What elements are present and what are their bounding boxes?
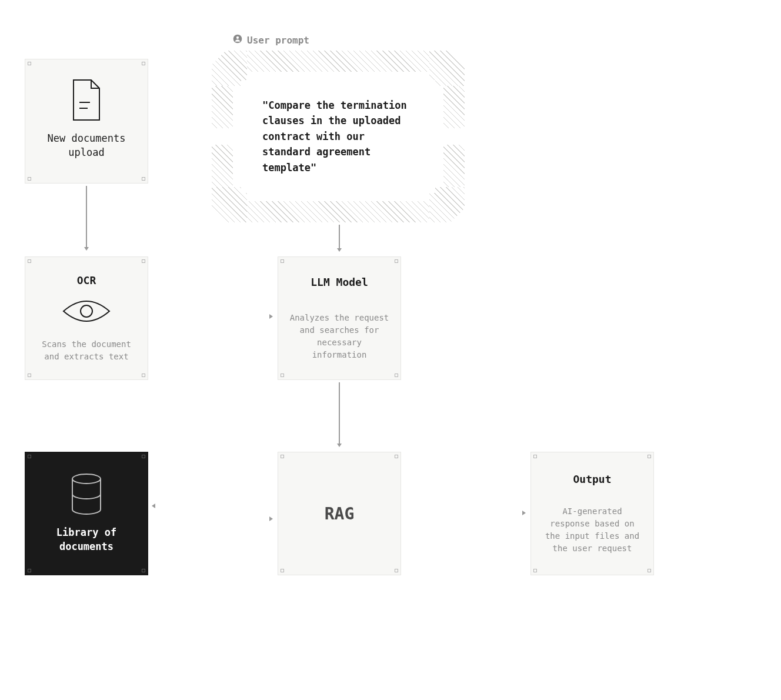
svg-point-1 xyxy=(236,36,239,39)
arrowhead-llm-to-rag xyxy=(337,444,342,447)
user-prompt-header: User prompt xyxy=(233,34,309,46)
connector-ocr-to-llm xyxy=(152,316,269,318)
document-icon xyxy=(70,79,103,124)
eye-icon xyxy=(61,295,112,330)
user-prompt-text: "Compare the termination clauses in the … xyxy=(262,98,414,175)
llm-title: LLM Model xyxy=(311,276,368,288)
database-icon xyxy=(69,473,104,518)
upload-label: New documents upload xyxy=(35,132,138,160)
library-label-line1: Library of xyxy=(56,526,116,540)
connector-library-to-rag xyxy=(152,519,269,520)
library-label-line2: documents xyxy=(56,540,116,554)
arrowhead-ocr-to-llm xyxy=(269,314,273,319)
connector-rag-to-output xyxy=(405,513,522,514)
user-prompt-box: "Compare the termination clauses in the … xyxy=(212,51,465,222)
arrowhead-upload-to-ocr xyxy=(84,247,89,251)
svg-point-4 xyxy=(81,305,92,317)
arrowhead-library-to-rag xyxy=(269,516,273,521)
user-prompt-label: User prompt xyxy=(247,35,309,46)
connector-prompt-to-llm xyxy=(339,225,340,248)
node-rag: RAG xyxy=(278,452,401,575)
ocr-title: OCR xyxy=(77,274,96,286)
user-prompt-content: "Compare the termination clauses in the … xyxy=(241,80,435,193)
output-desc: AI-generated response based on the input… xyxy=(540,505,644,555)
node-llm: LLM Model Analyzes the request and searc… xyxy=(278,256,401,380)
node-upload: New documents upload xyxy=(25,59,148,184)
ocr-desc: Scans the document and extracts text xyxy=(35,338,138,363)
connector-upload-to-ocr xyxy=(86,186,87,247)
rag-title: RAG xyxy=(325,504,355,524)
llm-desc: Analyzes the request and searches for ne… xyxy=(288,312,391,361)
node-library: Library of documents xyxy=(25,452,148,575)
arrowhead-rag-to-library xyxy=(152,504,155,508)
connector-llm-to-rag xyxy=(339,382,340,444)
arrowhead-rag-to-output xyxy=(522,511,526,515)
node-output: Output AI-generated response based on th… xyxy=(530,452,654,575)
user-icon xyxy=(233,34,242,46)
svg-point-5 xyxy=(72,474,101,484)
arrowhead-prompt-to-llm xyxy=(337,248,342,252)
output-title: Output xyxy=(573,473,611,485)
connector-rag-to-library xyxy=(158,506,271,507)
node-ocr: OCR Scans the document and extracts text xyxy=(25,256,148,380)
